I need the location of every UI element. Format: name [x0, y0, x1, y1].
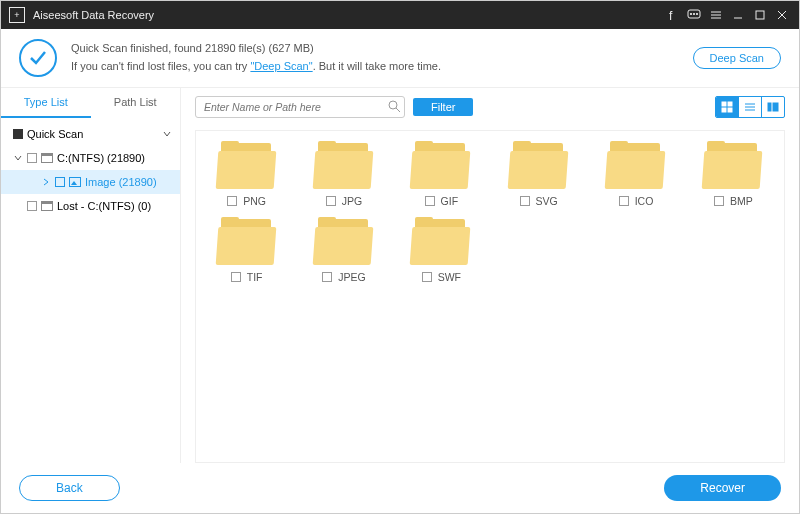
folder-item[interactable]: JPEG	[299, 217, 388, 283]
checkbox[interactable]	[422, 272, 432, 282]
folder-name: BMP	[730, 195, 753, 207]
svg-rect-14	[722, 102, 726, 106]
folder-item[interactable]: ICO	[591, 141, 680, 207]
facebook-icon[interactable]: f	[661, 4, 683, 26]
view-grid-button[interactable]	[716, 97, 738, 117]
chevron-right-icon[interactable]	[41, 177, 51, 187]
titlebar: + Aiseesoft Data Recovery f	[1, 1, 799, 29]
search-icon[interactable]	[387, 99, 401, 117]
file-tree: Quick Scan C:(NTFS) (21890) Image	[1, 118, 180, 218]
footer: Back Recover	[1, 463, 799, 513]
folder-icon	[217, 141, 277, 189]
app-logo: +	[9, 7, 25, 23]
svg-point-4	[696, 13, 697, 14]
drive-icon	[41, 201, 53, 211]
checkbox[interactable]	[27, 201, 37, 211]
checkbox[interactable]	[619, 196, 629, 206]
filter-button[interactable]: Filter	[413, 98, 473, 116]
minimize-button[interactable]	[727, 4, 749, 26]
checkbox[interactable]	[520, 196, 530, 206]
recover-button[interactable]: Recover	[664, 475, 781, 501]
scan-status-row: Quick Scan finished, found 21890 file(s)…	[1, 29, 799, 87]
app-window: + Aiseesoft Data Recovery f Quick Scan f…	[0, 0, 800, 514]
app-title: Aiseesoft Data Recovery	[33, 9, 661, 21]
main-area: Type List Path List Quick Scan C:(NTFS) …	[1, 87, 799, 463]
view-detail-button[interactable]	[762, 97, 784, 117]
folder-item[interactable]: JPG	[299, 141, 388, 207]
content-toolbar: Filter	[195, 96, 785, 118]
tree-image-category[interactable]: Image (21890)	[1, 170, 180, 194]
folder-grid-container[interactable]: PNGJPGGIFSVGICOBMPTIFJPEGSWF	[195, 130, 785, 463]
folder-icon	[606, 141, 666, 189]
check-icon	[19, 39, 57, 77]
checkbox[interactable]	[425, 196, 435, 206]
svg-point-12	[389, 101, 397, 109]
folder-icon	[314, 217, 374, 265]
content-pane: Filter PNGJPGGIFSVGICOBMPTIFJPEGSWF	[181, 88, 799, 463]
folder-icon	[217, 217, 277, 265]
tree-drive[interactable]: C:(NTFS) (21890)	[1, 146, 180, 170]
close-button[interactable]	[771, 4, 793, 26]
checkbox[interactable]	[55, 177, 65, 187]
folder-name: ICO	[635, 195, 654, 207]
folder-item[interactable]: PNG	[202, 141, 291, 207]
maximize-button[interactable]	[749, 4, 771, 26]
svg-rect-16	[722, 108, 726, 112]
folder-name: JPG	[342, 195, 362, 207]
search-input[interactable]	[195, 96, 405, 118]
folder-icon	[509, 141, 569, 189]
checkbox[interactable]	[231, 272, 241, 282]
svg-line-13	[396, 108, 400, 112]
tab-type-list[interactable]: Type List	[1, 88, 91, 118]
folder-name: GIF	[441, 195, 459, 207]
checkbox[interactable]	[326, 196, 336, 206]
scan-hint-line: If you can't find lost files, you can tr…	[71, 58, 693, 76]
folder-item[interactable]: SVG	[494, 141, 583, 207]
chevron-down-icon[interactable]	[13, 153, 23, 163]
checkbox[interactable]	[322, 272, 332, 282]
scan-summary-line: Quick Scan finished, found 21890 file(s)…	[71, 40, 693, 58]
folder-icon	[314, 141, 374, 189]
sidebar: Type List Path List Quick Scan C:(NTFS) …	[1, 88, 181, 463]
svg-rect-9	[756, 11, 764, 19]
tab-path-list[interactable]: Path List	[91, 88, 181, 118]
svg-rect-21	[768, 103, 771, 111]
folder-name: SVG	[536, 195, 558, 207]
sidebar-tabs: Type List Path List	[1, 88, 180, 118]
svg-rect-15	[728, 102, 732, 106]
tree-root-quick-scan[interactable]: Quick Scan	[1, 122, 180, 146]
folder-item[interactable]: TIF	[202, 217, 291, 283]
svg-point-3	[693, 13, 694, 14]
folder-icon	[411, 141, 471, 189]
svg-rect-17	[728, 108, 732, 112]
folder-name: JPEG	[338, 271, 365, 283]
view-list-button[interactable]	[739, 97, 761, 117]
checkbox[interactable]	[13, 129, 23, 139]
checkbox[interactable]	[227, 196, 237, 206]
folder-grid: PNGJPGGIFSVGICOBMPTIFJPEGSWF	[202, 141, 778, 283]
scan-status-text: Quick Scan finished, found 21890 file(s)…	[71, 40, 693, 75]
chevron-down-icon[interactable]	[162, 129, 172, 139]
svg-rect-22	[773, 103, 778, 111]
view-toggle	[715, 96, 785, 118]
folder-item[interactable]: SWF	[397, 217, 486, 283]
folder-icon	[703, 141, 763, 189]
deep-scan-link[interactable]: "Deep Scan"	[250, 60, 312, 72]
menu-icon[interactable]	[705, 4, 727, 26]
image-icon	[69, 177, 81, 187]
deep-scan-button[interactable]: Deep Scan	[693, 47, 781, 69]
back-button[interactable]: Back	[19, 475, 120, 501]
folder-icon	[411, 217, 471, 265]
tree-lost-drive[interactable]: Lost - C:(NTFS) (0)	[1, 194, 180, 218]
feedback-icon[interactable]	[683, 4, 705, 26]
checkbox[interactable]	[27, 153, 37, 163]
folder-name: PNG	[243, 195, 266, 207]
folder-name: TIF	[247, 271, 263, 283]
drive-icon	[41, 153, 53, 163]
folder-item[interactable]: GIF	[397, 141, 486, 207]
folder-item[interactable]: BMP	[689, 141, 778, 207]
search-box	[195, 96, 405, 118]
folder-name: SWF	[438, 271, 461, 283]
checkbox[interactable]	[714, 196, 724, 206]
svg-point-2	[690, 13, 691, 14]
